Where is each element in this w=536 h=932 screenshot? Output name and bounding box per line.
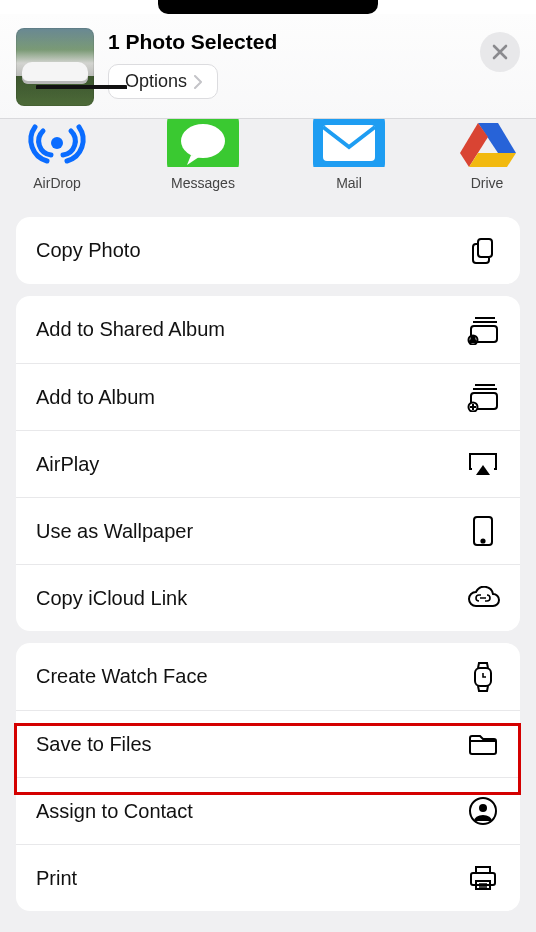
- add-album-icon: [466, 380, 500, 414]
- action-label: Use as Wallpaper: [36, 520, 193, 543]
- icloud-link-icon: [466, 581, 500, 615]
- contact-icon: [466, 794, 500, 828]
- action-assign-contact[interactable]: Assign to Contact: [16, 777, 520, 844]
- action-copy-icloud[interactable]: Copy iCloud Link: [16, 564, 520, 631]
- share-target-mail[interactable]: Mail: [306, 119, 392, 191]
- share-label: Drive: [452, 175, 522, 191]
- action-label: Add to Album: [36, 386, 155, 409]
- copy-icon: [466, 234, 500, 268]
- options-button[interactable]: Options: [108, 64, 218, 99]
- drive-icon: [452, 119, 524, 167]
- mail-icon: [313, 119, 385, 167]
- share-sheet-header: 1 Photo Selected Options: [0, 14, 536, 119]
- svg-point-26: [479, 804, 487, 812]
- action-label: Add to Shared Album: [36, 318, 225, 341]
- chevron-right-icon: [193, 75, 203, 89]
- action-print[interactable]: Print: [16, 844, 520, 911]
- printer-icon: [466, 861, 500, 895]
- svg-point-2: [181, 124, 225, 158]
- share-targets-row: AirDrop Messages Mail: [0, 119, 536, 205]
- action-label: Assign to Contact: [36, 800, 193, 823]
- svg-marker-20: [476, 465, 490, 475]
- status-bar: [0, 0, 536, 14]
- action-label: AirPlay: [36, 453, 99, 476]
- selected-photo-thumbnail[interactable]: [16, 28, 94, 106]
- folder-icon: [466, 727, 500, 761]
- action-label: Copy Photo: [36, 239, 141, 262]
- shared-album-icon: [466, 313, 500, 347]
- action-label: Save to Files: [36, 733, 152, 756]
- share-target-drive[interactable]: Drive: [452, 119, 522, 191]
- share-target-airdrop[interactable]: AirDrop: [14, 119, 100, 191]
- share-label: AirDrop: [14, 175, 100, 191]
- close-icon: [492, 44, 508, 60]
- action-add-shared-album[interactable]: Add to Shared Album: [16, 296, 520, 363]
- action-label: Create Watch Face: [36, 665, 208, 688]
- svg-rect-4: [323, 125, 375, 161]
- airdrop-icon: [21, 119, 93, 167]
- action-watch-face[interactable]: Create Watch Face: [16, 643, 520, 710]
- action-airplay[interactable]: AirPlay: [16, 430, 520, 497]
- svg-rect-28: [476, 867, 490, 873]
- svg-point-22: [481, 539, 484, 542]
- share-label: Mail: [306, 175, 392, 191]
- action-group-3: Create Watch Face Save to Files Assign t…: [16, 643, 520, 911]
- action-add-album[interactable]: Add to Album: [16, 363, 520, 430]
- action-group-2: Add to Shared Album Add to Album AirPlay: [16, 296, 520, 631]
- svg-rect-27: [471, 873, 495, 885]
- action-group-1: Copy Photo: [16, 217, 520, 284]
- phone-icon: [466, 514, 500, 548]
- airplay-icon: [466, 447, 500, 481]
- watch-icon: [466, 660, 500, 694]
- header-title: 1 Photo Selected: [108, 30, 480, 54]
- action-label: Copy iCloud Link: [36, 587, 187, 610]
- svg-point-0: [51, 137, 63, 149]
- svg-rect-8: [478, 239, 492, 257]
- options-label: Options: [125, 71, 187, 92]
- action-label: Print: [36, 867, 77, 890]
- action-copy-photo[interactable]: Copy Photo: [16, 217, 520, 284]
- close-button[interactable]: [480, 32, 520, 72]
- messages-icon: [167, 119, 239, 167]
- share-target-messages[interactable]: Messages: [160, 119, 246, 191]
- action-save-files[interactable]: Save to Files: [16, 710, 520, 777]
- action-wallpaper[interactable]: Use as Wallpaper: [16, 497, 520, 564]
- share-label: Messages: [160, 175, 246, 191]
